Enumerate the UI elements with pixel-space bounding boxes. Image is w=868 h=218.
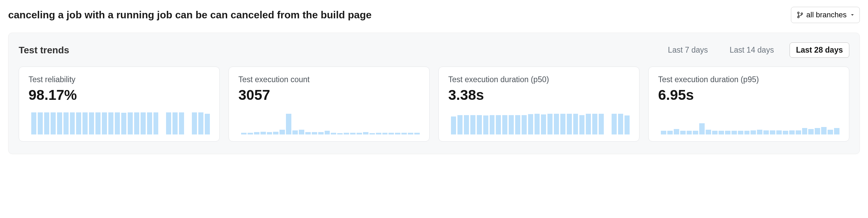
sparkline-bar xyxy=(198,112,203,134)
sparkline-bar xyxy=(83,112,88,134)
card-value: 6.95s xyxy=(658,87,839,103)
sparkline-bar xyxy=(273,132,278,134)
sparkline-bar xyxy=(267,132,272,134)
sparkline-bar xyxy=(260,132,266,134)
sparkline-bar xyxy=(738,131,743,134)
sparkline-bar xyxy=(554,114,559,134)
sparkline-bar xyxy=(808,129,814,134)
sparkline-bar xyxy=(451,116,456,134)
tab-last-28-days[interactable]: Last 28 days xyxy=(790,42,849,58)
card-p50: Test execution duration (p50) 3.38s xyxy=(438,67,639,142)
tab-last-7-days[interactable]: Last 7 days xyxy=(662,43,714,57)
sparkline-bar xyxy=(64,112,69,134)
sparkline-bar xyxy=(173,112,178,134)
sparkline-bar xyxy=(464,115,469,134)
sparkline-bar xyxy=(337,133,343,134)
branch-selector-label: all branches xyxy=(806,11,847,19)
sparkline-bar xyxy=(693,131,698,134)
sparkline-bar xyxy=(789,130,795,134)
sparkline-bar xyxy=(57,112,62,134)
sparkline-bar xyxy=(776,130,782,134)
test-trends-panel: Test trends Last 7 days Last 14 days Las… xyxy=(8,33,860,154)
sparkline-bar xyxy=(560,114,565,134)
svg-point-0 xyxy=(798,12,799,14)
page-title: canceling a job with a running job can b… xyxy=(8,9,372,21)
sparkline-bar xyxy=(796,130,801,134)
card-label: Test execution count xyxy=(238,75,420,84)
sparkline-bar xyxy=(470,115,475,134)
sparkline-bar xyxy=(141,112,146,134)
card-reliability: Test reliability 98.17% xyxy=(19,67,220,142)
card-p95: Test execution duration (p95) 6.95s xyxy=(648,67,849,142)
svg-point-1 xyxy=(798,16,799,18)
panel-title: Test trends xyxy=(19,45,69,56)
sparkline-bar xyxy=(344,133,349,134)
sparkline-bar xyxy=(477,115,482,134)
sparkline-bar xyxy=(357,133,362,134)
sparkline-bar xyxy=(579,115,584,134)
sparkline-bar xyxy=(667,131,673,134)
sparkline-bar xyxy=(502,115,507,134)
sparkline-bar xyxy=(76,112,81,134)
sparkline-bar xyxy=(744,131,750,134)
sparkline-bar xyxy=(783,131,788,134)
card-value: 3.38s xyxy=(448,87,630,103)
sparkline-bar xyxy=(834,128,839,134)
sparkline-bar xyxy=(483,115,488,134)
sparkline-bar xyxy=(592,114,597,134)
sparkline-bar xyxy=(95,112,101,134)
card-value: 98.17% xyxy=(29,87,210,103)
sparkline-bar xyxy=(254,132,259,134)
sparkline-bar xyxy=(318,132,324,134)
card-exec-count: Test execution count 3057 xyxy=(229,67,430,142)
sparkline-bar xyxy=(292,130,298,134)
sparkline-bar xyxy=(205,114,210,134)
sparkline-bar xyxy=(305,132,311,134)
sparkline-bar xyxy=(547,114,553,134)
sparkline-bar xyxy=(661,131,666,134)
sparkline-bar xyxy=(687,131,692,134)
sparkline-bar xyxy=(179,112,184,134)
sparkline-bar xyxy=(192,112,197,134)
sparkline-bar xyxy=(248,133,253,134)
time-range-tabs: Last 7 days Last 14 days Last 28 days xyxy=(662,42,849,58)
tab-last-14-days[interactable]: Last 14 days xyxy=(723,43,780,57)
sparkline-bar xyxy=(363,132,368,134)
sparkline-bar xyxy=(70,112,75,134)
sparkline-bar xyxy=(541,114,546,134)
card-label: Test execution duration (p50) xyxy=(448,75,630,84)
branch-selector-dropdown[interactable]: all branches xyxy=(791,7,860,23)
sparkline-bar xyxy=(89,112,94,134)
sparkline-bar xyxy=(706,130,711,134)
sparkline-bar xyxy=(241,133,247,134)
sparkline-bar xyxy=(815,128,820,134)
sparkline-bar xyxy=(528,114,533,134)
card-label: Test execution duration (p95) xyxy=(658,75,839,84)
sparkline-reliability xyxy=(29,111,210,134)
sparkline-bar xyxy=(414,133,420,134)
sparkline-bar xyxy=(102,112,107,134)
sparkline-bar xyxy=(153,112,159,134)
sparkline-bar xyxy=(725,131,730,134)
sparkline-bar xyxy=(395,133,400,134)
sparkline-bar xyxy=(134,112,139,134)
sparkline-exec-count xyxy=(238,111,420,134)
card-label: Test reliability xyxy=(29,75,210,84)
sparkline-bar xyxy=(388,133,394,134)
sparkline-bar xyxy=(312,132,317,134)
sparkline-bar xyxy=(350,133,356,134)
sparkline-bar xyxy=(401,133,407,134)
sparkline-bar xyxy=(731,131,737,134)
git-branch-icon xyxy=(797,12,803,18)
sparkline-bar xyxy=(535,114,540,134)
card-value: 3057 xyxy=(238,87,420,103)
sparkline-bar xyxy=(757,130,762,134)
sparkline-bar xyxy=(515,115,520,134)
sparkline-bar xyxy=(457,115,463,134)
sparkline-bar xyxy=(612,114,617,134)
sparkline-bar xyxy=(802,128,808,134)
sparkline-bar xyxy=(31,112,36,134)
sparkline-bar xyxy=(115,112,120,134)
sparkline-bar xyxy=(751,130,756,134)
sparkline-bar xyxy=(299,130,304,134)
